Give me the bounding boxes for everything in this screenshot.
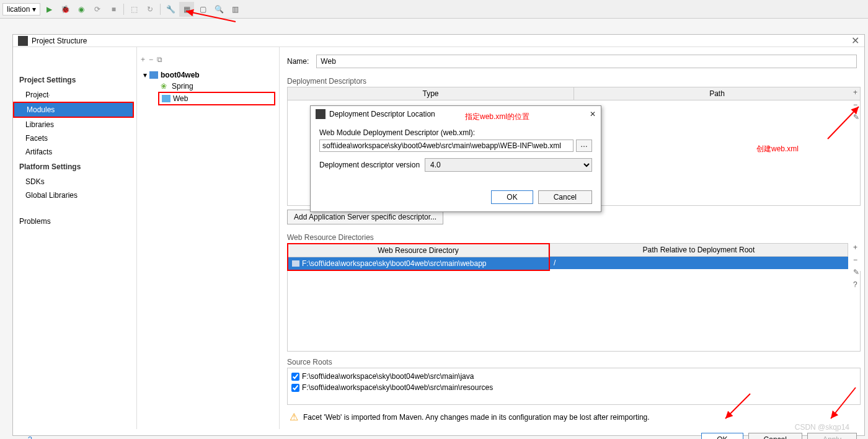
- version-select[interactable]: 4.0: [425, 158, 592, 172]
- apply-button[interactable]: Apply: [807, 433, 857, 439]
- chevron-down-icon: ▾: [32, 5, 36, 14]
- warning-text: Facet 'Web' is imported from Maven. Any …: [303, 413, 650, 422]
- remove-descriptor-icon[interactable]: −: [853, 100, 859, 109]
- tree-web-label: Web: [173, 94, 188, 103]
- source-root-2-label: F:\soft\idea\workspace\sky\boot04web\src…: [302, 383, 493, 392]
- inner-dialog-title: Deployment Descriptor Location: [329, 110, 435, 118]
- sidebar-heading-project: Project Settings: [13, 72, 136, 88]
- source-root-1-checkbox[interactable]: [291, 373, 299, 381]
- remove-icon[interactable]: −: [149, 55, 153, 64]
- chevron-down-icon: ▾: [143, 71, 147, 79]
- inner-ok-button[interactable]: OK: [491, 190, 533, 204]
- source-root-2-row[interactable]: F:\soft\idea\workspace\sky\boot04web\src…: [291, 382, 856, 393]
- source-root-1-row[interactable]: F:\soft\idea\workspace\sky\boot04web\src…: [291, 371, 856, 382]
- help-res-icon[interactable]: ?: [853, 280, 859, 289]
- add-descriptor-icon[interactable]: +: [853, 88, 859, 97]
- descriptor-path-input[interactable]: [319, 140, 574, 152]
- ok-button[interactable]: OK: [701, 433, 743, 439]
- inner-dialog-title-bar: Deployment Descriptor Location ✕: [311, 106, 601, 122]
- tree-root[interactable]: ▾ boot04web: [141, 69, 279, 81]
- source-root-1-label: F:\soft\idea\workspace\sky\boot04web\src…: [302, 372, 474, 381]
- watermark: CSDN @skqp14: [795, 423, 849, 432]
- name-input[interactable]: [316, 55, 857, 68]
- res-rel-value: /: [550, 257, 559, 269]
- warning-row: ⚠ Facet 'Web' is imported from Maven. An…: [287, 405, 861, 429]
- help-icon[interactable]: ?: [28, 435, 32, 439]
- stop-icon[interactable]: ■: [106, 2, 121, 17]
- dialog-title: Project Structure: [32, 37, 87, 45]
- add-res-icon[interactable]: +: [853, 243, 859, 252]
- res-dir-value: F:\soft\idea\workspace\sky\boot04web\src…: [302, 259, 486, 268]
- source-roots-label: Source Roots: [287, 358, 861, 366]
- sidebar-item-global-libs[interactable]: Global Libraries: [13, 188, 136, 202]
- deploy-table-header: Type Path: [287, 87, 861, 100]
- sidebar-item-modules[interactable]: Modules: [14, 103, 133, 117]
- dialog-title-bar: Project Structure ✕: [13, 35, 864, 47]
- main-panel: Name: Deployment Descriptors Type Path +…: [280, 47, 864, 429]
- window-icon[interactable]: ▢: [195, 2, 210, 17]
- dropdown-label: lication: [7, 5, 30, 14]
- res-col-rel: Path Relative to Deployment Root: [550, 244, 848, 256]
- git-icon[interactable]: ⬚: [126, 2, 141, 17]
- main-toolbar: lication ▾ ▶ 🐞 ◉ ⟳ ■ ⬚ ↻ 🔧 ▦ ▢ 🔍 ▥: [0, 0, 868, 19]
- forward-icon[interactable]: →: [44, 91, 51, 99]
- deploy-desc-label: Deployment Descriptors: [287, 77, 861, 86]
- descriptor-label: Web Module Deployment Descriptor (web.xm…: [319, 128, 592, 137]
- col-type: Type: [288, 87, 574, 100]
- project-structure-icon[interactable]: ▦: [179, 2, 194, 17]
- profile-icon[interactable]: ⟳: [90, 2, 105, 17]
- col-path: Path: [574, 87, 860, 100]
- copy-icon[interactable]: ⧉: [157, 55, 162, 64]
- sidebar-heading-platform: Platform Settings: [13, 159, 136, 175]
- app-icon: [316, 109, 326, 119]
- sidebar-item-sdks[interactable]: SDKs: [13, 175, 136, 188]
- refresh-icon[interactable]: ↻: [143, 2, 157, 17]
- app-icon: [18, 36, 28, 46]
- remove-res-icon[interactable]: −: [853, 255, 859, 264]
- warning-icon: ⚠: [290, 411, 298, 423]
- nav-arrows: ← →: [32, 91, 51, 99]
- deployment-descriptor-dialog: Deployment Descriptor Location ✕ Web Mod…: [310, 105, 601, 212]
- close-icon[interactable]: ✕: [590, 110, 596, 118]
- browse-button[interactable]: …: [576, 140, 592, 152]
- structure-icon[interactable]: ▥: [228, 2, 242, 17]
- inner-cancel-button[interactable]: Cancel: [538, 190, 592, 204]
- sidebar-item-problems[interactable]: Problems: [13, 215, 136, 228]
- res-col-dir: Web Resource Directory: [288, 244, 549, 257]
- add-icon[interactable]: +: [141, 55, 145, 64]
- res-table-body: [287, 271, 861, 352]
- coverage-icon[interactable]: ◉: [74, 2, 89, 17]
- back-icon[interactable]: ←: [32, 91, 39, 99]
- tree-spring[interactable]: ❀ Spring: [158, 81, 279, 92]
- sidebar-item-libraries[interactable]: Libraries: [13, 118, 136, 131]
- source-root-2-checkbox[interactable]: [291, 384, 299, 392]
- version-label: Deployment descriptor version: [319, 161, 420, 169]
- close-icon[interactable]: ✕: [851, 35, 859, 47]
- wrench-icon[interactable]: 🔧: [163, 2, 178, 17]
- tree-root-label: boot04web: [161, 71, 200, 79]
- sidebar-item-artifacts[interactable]: Artifacts: [13, 145, 136, 159]
- search-icon[interactable]: 🔍: [211, 2, 226, 17]
- web-res-label: Web Resource Directories: [287, 233, 861, 242]
- edit-res-icon[interactable]: ✎: [853, 268, 859, 277]
- tree-web[interactable]: Web: [159, 93, 274, 104]
- debug-icon[interactable]: 🐞: [58, 2, 73, 17]
- web-icon: [162, 95, 170, 102]
- dialog-button-bar: ? OK Cancel Apply: [13, 429, 864, 439]
- module-tree-panel: + − ⧉ ▾ boot04web ❀ Spring Web: [137, 47, 280, 429]
- sidebar: Project Settings Project Modules Librari…: [13, 47, 137, 429]
- edit-descriptor-icon[interactable]: ✎: [853, 113, 859, 122]
- module-icon: [149, 71, 158, 79]
- project-structure-dialog: Project Structure ✕ ← → Project Settings…: [12, 34, 865, 436]
- spring-icon: ❀: [161, 82, 169, 91]
- folder-icon: [292, 260, 299, 267]
- tree-spring-label: Spring: [172, 82, 193, 91]
- cancel-button[interactable]: Cancel: [748, 433, 802, 439]
- run-icon[interactable]: ▶: [42, 2, 56, 17]
- sidebar-item-facets[interactable]: Facets: [13, 131, 136, 145]
- run-config-dropdown[interactable]: lication ▾: [2, 3, 40, 16]
- name-label: Name:: [287, 57, 309, 66]
